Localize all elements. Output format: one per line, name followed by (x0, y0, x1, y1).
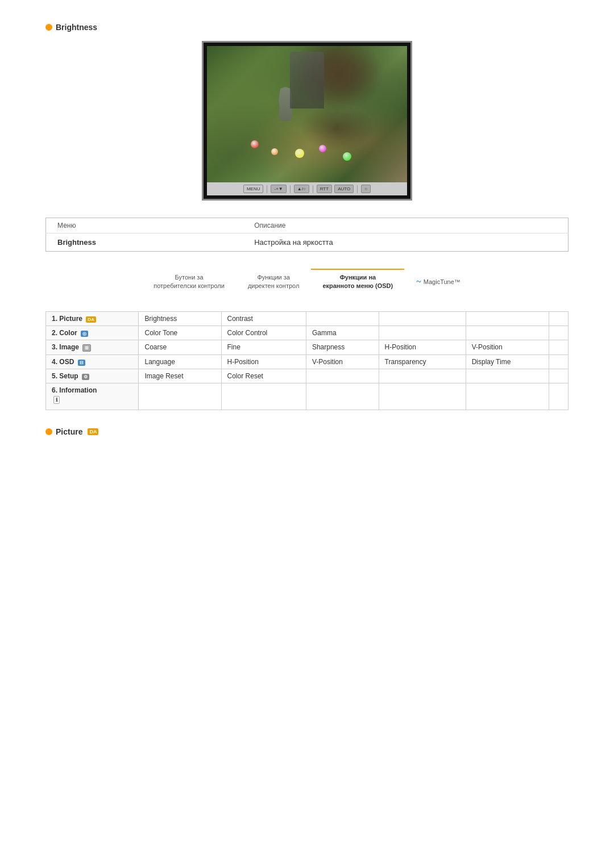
cell-transparency: Transparency (379, 354, 466, 369)
nav-user-line2: потребителски контроли (154, 282, 225, 290)
nav-osd-line2: екранното меню (OSD) (322, 282, 393, 290)
picture-heading: Picture DA (45, 427, 569, 436)
cell-h-position-osd: H-Position (221, 354, 306, 369)
cell-empty-2 (379, 311, 466, 326)
cell-empty-9 (549, 354, 568, 369)
monitor-display: MENU -+▼ ▲/○ RTT AUTO ○ (45, 41, 569, 201)
menu-description-brightness: Настройка на яркостта (243, 233, 568, 252)
cell-fine: Fine (221, 340, 306, 354)
cell-empty-18 (466, 383, 549, 410)
nav-osd-line1: Функции на (339, 273, 376, 282)
table-row: 2. Color ◎ Color Tone Color Control Gamm… (46, 326, 569, 340)
nav-bar: Бутони за потребителски контроли Функции… (45, 269, 569, 294)
image-label: 3. Image (52, 343, 81, 351)
cell-empty-15 (221, 383, 306, 410)
brightness-title-text: Brightness (56, 23, 97, 32)
brightness-circle-icon (45, 24, 52, 31)
color-label: 2. Color (52, 329, 79, 337)
table-row: 6. Information ℹ (46, 383, 569, 410)
menu-row-image: 3. Image ⊞ (46, 340, 139, 354)
cell-empty-1 (306, 311, 379, 326)
picture-title-badge: DA (88, 428, 98, 435)
cell-brightness: Brightness (139, 311, 221, 326)
cell-color-reset: Color Reset (221, 369, 306, 383)
monitor-buttons-row: MENU -+▼ ▲/○ RTT AUTO ○ (207, 182, 407, 195)
cell-empty-7 (549, 326, 568, 340)
nav-direct-line1: Функции за (257, 273, 290, 282)
cell-empty-17 (379, 383, 466, 410)
image-badge: ⊞ (82, 344, 91, 352)
cell-display-time: Display Time (466, 354, 549, 369)
menu-row-osd: 4. OSD ⊟ (46, 354, 139, 369)
cell-color-control: Color Control (221, 326, 306, 340)
cell-color-tone: Color Tone (139, 326, 221, 340)
cell-empty-10 (306, 369, 379, 383)
menu-col-header: Меню (46, 218, 243, 233)
cell-empty-3 (466, 311, 549, 326)
magictune-wave-icon: ~ (416, 276, 421, 288)
cell-empty-5 (379, 326, 466, 340)
cell-v-position: V-Position (466, 340, 549, 354)
cell-contrast: Contrast (221, 311, 306, 326)
menu-grid-table: 1. Picture DA Brightness Contrast 2. Col… (45, 311, 569, 410)
brightness-heading: Brightness (45, 23, 569, 32)
nav-magictune[interactable]: ~ MagicTune™ (405, 269, 472, 294)
osd-badge: ⊟ (78, 360, 85, 366)
cell-gamma: Gamma (306, 326, 379, 340)
monitor-power-btn[interactable]: ○ (361, 185, 371, 193)
menu-row-setup: 5. Setup ⚙ (46, 369, 139, 383)
cell-sharpness: Sharpness (306, 340, 379, 354)
table-row: 5. Setup ⚙ Image Reset Color Reset (46, 369, 569, 383)
monitor-rtt-btn[interactable]: RTT (317, 185, 332, 193)
nav-osd[interactable]: Функции на екранното меню (OSD) (311, 269, 404, 294)
cell-image-reset: Image Reset (139, 369, 221, 383)
monitor-auto-btn[interactable]: AUTO (334, 185, 354, 193)
setup-badge: ⚙ (82, 374, 89, 380)
info-badge: ℹ (53, 396, 60, 404)
monitor-up-btn[interactable]: ▲/○ (294, 185, 309, 193)
menu-item-brightness: Brightness (46, 233, 243, 252)
nav-user-line1: Бутони за (175, 273, 204, 282)
menu-row-picture: 1. Picture DA (46, 311, 139, 326)
cell-empty-11 (379, 369, 466, 383)
description-col-header: Описание (243, 218, 568, 233)
color-badge: ◎ (81, 331, 88, 337)
cell-v-position-osd: V-Position (306, 354, 379, 369)
monitor-frame: MENU -+▼ ▲/○ RTT AUTO ○ (202, 41, 412, 201)
monitor-screen (207, 46, 407, 182)
table-row: 1. Picture DA Brightness Contrast (46, 311, 569, 326)
cell-coarse: Coarse (139, 340, 221, 354)
cell-empty-6 (466, 326, 549, 340)
information-label: 6. Information (52, 386, 132, 394)
cell-empty-16 (306, 383, 379, 410)
picture-circle-icon (45, 428, 52, 435)
cell-empty-19 (549, 383, 568, 410)
cell-language: Language (139, 354, 221, 369)
magictune-text: MagicTune™ (424, 278, 460, 286)
nav-user-controls[interactable]: Бутони за потребителски контроли (142, 269, 236, 294)
menu-row-information: 6. Information ℹ (46, 383, 139, 410)
cell-empty-4 (549, 311, 568, 326)
picture-badge: DA (86, 316, 96, 323)
cell-empty-13 (549, 369, 568, 383)
nav-direct-line2: директен контрол (248, 282, 299, 290)
cell-empty-8 (549, 340, 568, 354)
picture-title-text: Picture (56, 427, 82, 436)
picture-label: 1. Picture (52, 315, 84, 323)
monitor-menu-btn[interactable]: MENU (243, 185, 264, 193)
cell-empty-14 (139, 383, 221, 410)
cell-h-position: H-Position (379, 340, 466, 354)
cell-empty-12 (466, 369, 549, 383)
table-row: 3. Image ⊞ Coarse Fine Sharpness H-Posit… (46, 340, 569, 354)
menu-row-color: 2. Color ◎ (46, 326, 139, 340)
menu-description-table: Меню Описание Brightness Настройка на яр… (45, 218, 569, 252)
table-row: 4. OSD ⊟ Language H-Position V-Position … (46, 354, 569, 369)
nav-direct-control[interactable]: Функции за директен контрол (237, 269, 310, 294)
setup-label: 5. Setup (52, 372, 80, 380)
monitor-minus-btn[interactable]: -+▼ (271, 185, 286, 193)
osd-label: 4. OSD (52, 358, 76, 366)
